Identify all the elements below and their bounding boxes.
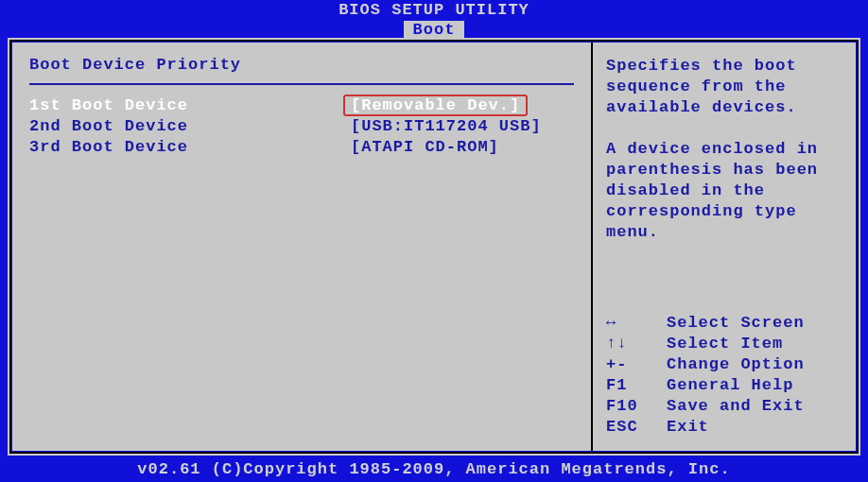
boot-item-2[interactable]: 2nd Boot Device [USB:IT117204 USB] (29, 115, 574, 136)
key-plusminus: +- (606, 354, 667, 375)
boot-item-3-label: 3rd Boot Device (29, 138, 351, 156)
key-change-option: +-Change Option (606, 354, 842, 375)
right-pane: Specifies the boot sequence from the ava… (593, 43, 856, 451)
key-legend: ↔Select Screen ↑↓Select Item +-Change Op… (606, 313, 842, 438)
main-panel: Boot Device Priority 1st Boot Device [Re… (9, 40, 859, 454)
key-desc: Exit (667, 417, 709, 438)
key-save-exit: F10Save and Exit (606, 396, 842, 417)
bios-title: BIOS SETUP UTILITY (0, 0, 868, 21)
left-pane: Boot Device Priority 1st Boot Device [Re… (12, 43, 593, 451)
boot-item-2-value[interactable]: [USB:IT117204 USB] (351, 117, 542, 135)
tab-boot[interactable]: Boot (404, 21, 465, 40)
help-text: Specifies the boot sequence from the ava… (606, 56, 842, 243)
help-paragraph-2: A device enclosed in parenthesis has bee… (606, 139, 842, 243)
boot-item-2-label: 2nd Boot Device (29, 117, 351, 135)
section-title: Boot Device Priority (29, 56, 574, 83)
boot-item-1-value[interactable]: [Removable Dev.] (343, 95, 528, 116)
key-arrows-ud-icon: ↑↓ (606, 334, 667, 354)
key-desc: Select Item (667, 334, 783, 354)
boot-item-3-value[interactable]: [ATAPI CD-ROM] (351, 138, 499, 156)
boot-item-1-label: 1st Boot Device (29, 96, 351, 114)
key-desc: General Help (667, 375, 793, 396)
key-select-screen: ↔Select Screen (606, 313, 842, 334)
key-general-help: F1General Help (606, 375, 842, 396)
key-esc: ESC (606, 417, 667, 438)
key-exit: ESCExit (606, 417, 842, 438)
boot-item-3[interactable]: 3rd Boot Device [ATAPI CD-ROM] (29, 136, 574, 157)
divider (29, 83, 574, 85)
footer-copyright: v02.61 (C)Copyright 1985-2009, American … (0, 460, 868, 478)
help-paragraph-1: Specifies the boot sequence from the ava… (606, 56, 842, 118)
key-desc: Change Option (667, 354, 805, 375)
key-select-item: ↑↓Select Item (606, 334, 842, 354)
key-f1: F1 (606, 375, 667, 396)
tab-bar: Boot (0, 21, 868, 40)
key-f10: F10 (606, 396, 667, 417)
key-arrows-lr-icon: ↔ (606, 313, 667, 334)
key-desc: Save and Exit (667, 396, 805, 417)
key-desc: Select Screen (667, 313, 805, 334)
boot-item-1[interactable]: 1st Boot Device [Removable Dev.] (29, 95, 574, 115)
